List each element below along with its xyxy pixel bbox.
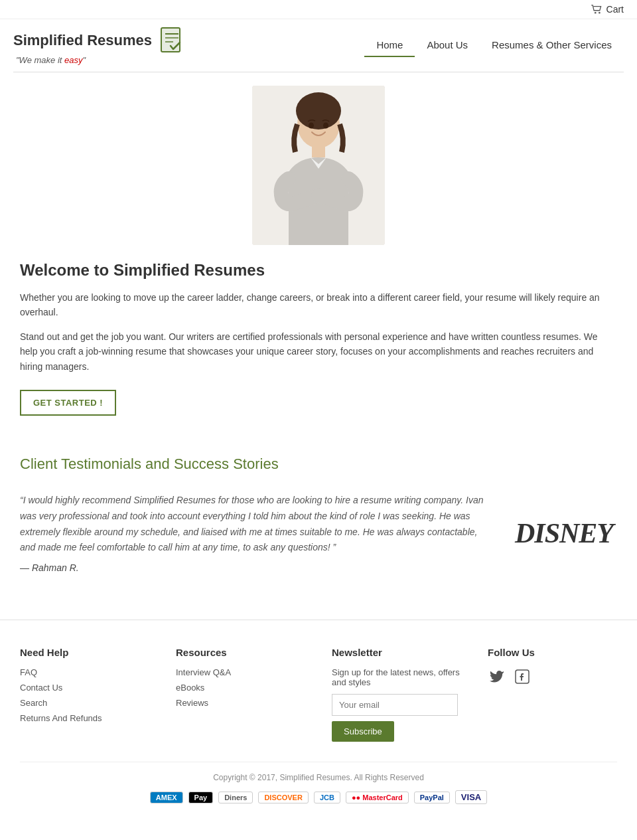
hero-content: Welcome to Simplified Resumes Whether yo… [20, 261, 617, 416]
cart-button[interactable]: Cart [591, 4, 624, 15]
hero-illustration [252, 86, 385, 245]
footer-newsletter-title: Newsletter [332, 647, 461, 658]
footer-link-interview[interactable]: Interview Q&A [176, 667, 305, 677]
testimonial-text-area: “I would highly recommend Simplified Res… [20, 493, 491, 573]
footer-link-reviews[interactable]: Reviews [176, 698, 305, 708]
nav-about[interactable]: About Us [415, 34, 480, 57]
newsletter-email-input[interactable] [332, 694, 458, 716]
testimonials-title: Client Testimonials and Success Stories [20, 456, 617, 473]
logo-text: Simplified Resumes [13, 32, 152, 49]
payment-apple-pay: Pay [188, 792, 214, 803]
footer-resources-title: Resources [176, 647, 305, 658]
testimonial-company-logo: DISNEY [511, 517, 617, 549]
subscribe-button[interactable]: Subscribe [332, 721, 394, 742]
hero-image [252, 86, 385, 245]
footer-link-search[interactable]: Search [20, 698, 149, 708]
payment-discover: DISCOVER [258, 792, 308, 803]
footer-newsletter: Newsletter Sign up for the latest news, … [332, 647, 461, 742]
main-nav: Home About Us Resumes & Other Services [364, 34, 624, 57]
payment-mastercard: ●● MasterCard [346, 792, 409, 803]
get-started-button[interactable]: GET STARTED ! [20, 390, 116, 416]
newsletter-description: Sign up for the latest news, offers and … [332, 667, 461, 687]
cart-label: Cart [606, 4, 624, 15]
svg-rect-10 [312, 144, 325, 157]
payment-amex: AMEX [150, 792, 183, 803]
payment-icons: AMEX Pay Diners DISCOVER JCB ●● MasterCa… [20, 790, 617, 804]
nav-services[interactable]: Resumes & Other Services [480, 34, 624, 57]
svg-point-9 [296, 92, 341, 129]
testimonial-author: — Rahman R. [20, 562, 491, 573]
svg-point-12 [323, 123, 328, 129]
facebook-icon[interactable] [513, 667, 531, 686]
svg-point-11 [309, 123, 314, 129]
disney-logo-text: DISNEY [515, 518, 613, 548]
hero-section: Welcome to Simplified Resumes Whether yo… [0, 72, 637, 436]
svg-point-1 [599, 12, 601, 14]
nav-home[interactable]: Home [364, 34, 415, 57]
testimonial-block: “I would highly recommend Simplified Res… [20, 493, 617, 573]
testimonial-quote: “I would highly recommend Simplified Res… [20, 493, 491, 556]
hero-title: Welcome to Simplified Resumes [20, 261, 617, 280]
logo-area: Simplified Resumes "We make it easy" [13, 26, 186, 65]
footer-link-faq[interactable]: FAQ [20, 667, 149, 677]
logo-tagline: "We make it easy" [13, 55, 86, 65]
footer-resources: Resources Interview Q&A eBooks Reviews [176, 647, 305, 742]
footer-follow-us-title: Follow Us [488, 647, 617, 658]
footer-follow-us: Follow Us [488, 647, 617, 742]
cart-icon [591, 5, 602, 14]
tagline-suffix: " [82, 55, 86, 65]
payment-paypal: PayPal [414, 792, 450, 803]
payment-diners: Diners [218, 792, 253, 803]
top-bar: Cart [0, 0, 637, 19]
social-icons [488, 667, 617, 686]
payment-visa: VISA [455, 790, 487, 804]
payment-jcb: JCB [314, 792, 340, 803]
tagline-em: easy [64, 55, 82, 65]
footer-need-help: Need Help FAQ Contact Us Search Returns … [20, 647, 149, 742]
tagline-prefix: "We make it [16, 55, 64, 65]
svg-rect-2 [161, 28, 180, 52]
footer-bottom: Copyright © 2017, Simplified Resumes. Al… [20, 762, 617, 804]
testimonials-section: Client Testimonials and Success Stories … [0, 436, 637, 593]
footer-link-contact[interactable]: Contact Us [20, 683, 149, 693]
header: Simplified Resumes "We make it easy" Hom… [0, 19, 637, 72]
hero-para-2: Stand out and get the job you want. Our … [20, 329, 617, 374]
footer-link-ebooks[interactable]: eBooks [176, 683, 305, 693]
hero-para-1: Whether you are looking to move up the c… [20, 290, 617, 320]
footer-columns: Need Help FAQ Contact Us Search Returns … [20, 647, 617, 742]
footer-need-help-title: Need Help [20, 647, 149, 658]
hero-image-wrapper [20, 86, 617, 245]
footer: Need Help FAQ Contact Us Search Returns … [0, 620, 637, 817]
svg-point-0 [594, 12, 596, 14]
twitter-icon[interactable] [488, 667, 506, 686]
footer-copyright: Copyright © 2017, Simplified Resumes. Al… [20, 773, 617, 782]
logo-icon [157, 26, 186, 55]
footer-link-returns[interactable]: Returns And Refunds [20, 713, 149, 723]
